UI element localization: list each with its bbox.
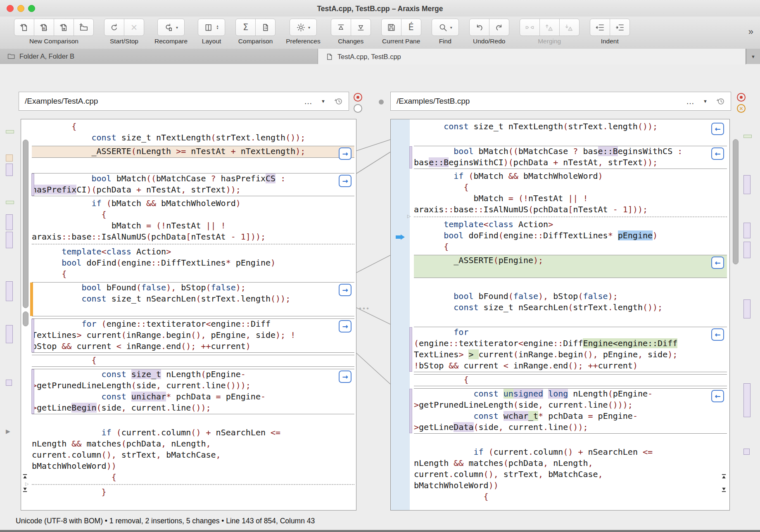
gutter-dot: [379, 100, 384, 104]
save-button[interactable]: [381, 19, 401, 36]
folder-sm-icon: [7, 52, 15, 60]
change-marker-sq-tan[interactable]: [6, 154, 13, 162]
right-first-change-button[interactable]: [721, 474, 727, 482]
undo-button[interactable]: [469, 19, 489, 36]
fold-triangle-icon[interactable]: ▷: [407, 214, 411, 219]
gutter-more-button[interactable]: •••: [359, 304, 370, 313]
change-marker-play[interactable]: ▶: [6, 428, 10, 435]
redo-icon: [494, 23, 504, 32]
copy-left-button[interactable]: ←: [711, 147, 724, 160]
outdent-button[interactable]: [590, 19, 610, 36]
left-last-change-button[interactable]: [22, 486, 28, 494]
change-marker-bar-purple[interactable]: [743, 223, 750, 238]
change-marker-bar-purple[interactable]: [6, 281, 13, 301]
copy-right-button[interactable]: →: [339, 320, 352, 332]
right-more-options-button[interactable]: …: [686, 97, 695, 106]
left-first-change-button[interactable]: [22, 474, 28, 482]
fold-dotted-line[interactable]: ▷: [32, 244, 354, 246]
code-line: {: [32, 121, 354, 133]
eacute-button[interactable]: É: [401, 19, 421, 36]
code-line: bool bMatch((bMatchCase ? base::BeginsWi…: [414, 146, 727, 157]
left-scrollbar-thumb[interactable]: [23, 140, 28, 308]
code-line: const size_t nTextLength(strText.length(…: [414, 121, 727, 133]
change-marker-bar-purple[interactable]: [743, 242, 750, 258]
left-scrollbar-thumb-2[interactable]: [23, 311, 28, 326]
right-code-pane[interactable]: const size_t nTextLength(strText.length(…: [390, 119, 730, 511]
change-marker-dash-green[interactable]: [743, 135, 752, 138]
change-marker-bar-purple[interactable]: [743, 175, 750, 194]
layout-button[interactable]: ▴▾: [198, 19, 225, 36]
code-line: bStop && current < inRange.end(); ++curr…: [32, 341, 354, 352]
change-marker-bar-purple[interactable]: [6, 214, 13, 230]
change-marker-sq-purple[interactable]: [6, 380, 12, 386]
tab-testa-cpp-testb-cpp[interactable]: TestA.cpp, TestB.cpp: [318, 49, 746, 64]
fold-dotted-line[interactable]: ▷: [32, 484, 354, 486]
change-marker-bar-purple[interactable]: [6, 164, 13, 176]
change-first-button[interactable]: [331, 19, 351, 36]
copy-right-button[interactable]: →: [339, 370, 352, 383]
right-target-radio[interactable]: [737, 93, 746, 102]
copy-left-button[interactable]: ←: [711, 123, 724, 135]
change-first-icon: [336, 23, 346, 32]
left-path-dropdown-button[interactable]: ▼: [321, 99, 325, 104]
change-marker-dash-green[interactable]: [6, 201, 14, 204]
tab-list-dropdown-button[interactable]: ▼: [746, 49, 760, 64]
toolbar-group-label: Start/Stop: [110, 38, 138, 45]
change-marker-bar-purple[interactable]: [743, 299, 750, 318]
right-file-path[interactable]: /Examples/TestB.cpp: [397, 97, 686, 106]
copy-left-button[interactable]: ←: [711, 256, 724, 269]
doc-01-button[interactable]: 01: [34, 19, 54, 36]
left-file-path[interactable]: /Examples/TestA.cpp: [25, 97, 304, 106]
left-more-options-button[interactable]: …: [304, 97, 313, 106]
copy-right-button[interactable]: →: [339, 147, 352, 160]
left-target-radio[interactable]: [354, 93, 362, 102]
left-secondary-radio[interactable]: [354, 104, 362, 113]
right-scrollbar-thumb[interactable]: [733, 139, 739, 264]
code-line: hasPrefixCI)(pchData + nTestAt, strText)…: [32, 185, 354, 196]
code-line: }: [32, 487, 354, 498]
right-history-icon[interactable]: [716, 96, 726, 106]
change-marker-bar-purple[interactable]: [6, 232, 13, 248]
fold-dotted-line[interactable]: ▷: [414, 216, 727, 218]
doc-plus-button[interactable]: [14, 19, 34, 36]
tab-folder-a-folder-b[interactable]: Folder A, Folder B: [0, 49, 318, 64]
code-line: araxis::base::IsAlNumUS(pchData[nTestAt …: [414, 204, 727, 216]
change-marker-bar-purple[interactable]: [743, 383, 750, 417]
right-cancel-icon[interactable]: ✕: [737, 104, 746, 113]
left-history-icon[interactable]: [334, 96, 344, 106]
restart-icon: [109, 23, 119, 32]
change-marker-bar-purple[interactable]: [6, 325, 13, 343]
toolbar-group-label: Find: [439, 38, 451, 45]
change-marker-dash-green[interactable]: [6, 130, 14, 133]
doc-detail-button[interactable]: [255, 19, 276, 36]
code-line: !bStop && current < inRange.end(); ++cur…: [414, 361, 727, 372]
copy-right-button[interactable]: →: [339, 284, 352, 296]
indent-button[interactable]: [610, 19, 630, 36]
copy-left-button[interactable]: ←: [711, 390, 724, 402]
warn-up-button: [539, 19, 560, 36]
code-line: base::BeginsWithCI)(pchData + nTestAt, s…: [414, 157, 727, 169]
code-line: [414, 266, 727, 278]
right-last-change-button[interactable]: [721, 486, 727, 494]
copy-right-button[interactable]: →: [339, 175, 352, 187]
code-line: [414, 314, 727, 325]
change-last-button[interactable]: [351, 19, 371, 36]
toolbar-overflow-chevron[interactable]: »: [748, 26, 753, 37]
copy-left-button[interactable]: ←: [711, 328, 724, 341]
doc-arrow-button[interactable]: [54, 19, 74, 36]
change-marker-sq-purple[interactable]: [743, 449, 750, 455]
folder-plus-button[interactable]: [74, 19, 94, 36]
gear-button[interactable]: ▾: [290, 19, 317, 36]
code-block: [32, 160, 354, 171]
change-bar-purple: [409, 327, 412, 372]
right-path-dropdown-button[interactable]: ▼: [703, 99, 708, 104]
recompare-button[interactable]: ▾: [157, 19, 185, 36]
magnifier-button[interactable]: ▾: [432, 19, 459, 36]
toolbar-group-label: Merging: [538, 38, 561, 45]
left-code-pane[interactable]: { const size_t nTextLength(strText.lengt…: [21, 119, 356, 511]
stop-button: ×: [124, 19, 144, 36]
sigma-button[interactable]: Σ: [235, 19, 256, 36]
toolbar-group-label: Undo/Redo: [473, 38, 505, 45]
restart-button[interactable]: [104, 19, 124, 36]
redo-button[interactable]: [489, 19, 509, 36]
